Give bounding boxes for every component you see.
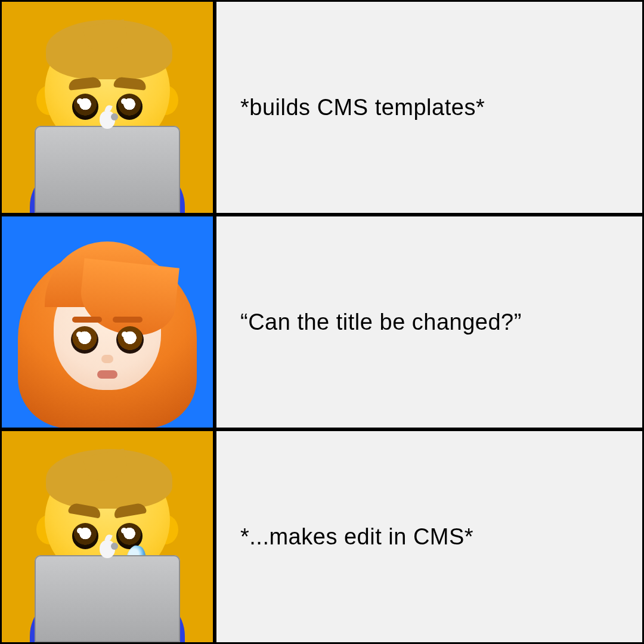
- meme-grid: *builds CMS templates* “Can the title be…: [0, 0, 644, 644]
- panel-1-image: [0, 0, 215, 215]
- panel-3-text: *...makes edit in CMS*: [215, 429, 644, 644]
- panel-1-text: *builds CMS templates*: [215, 0, 644, 215]
- panel-3-caption: *...makes edit in CMS*: [240, 524, 473, 550]
- panel-2-caption: “Can the title be changed?”: [240, 309, 522, 335]
- man-technologist-icon: [2, 2, 213, 213]
- panel-3-image: [0, 429, 215, 644]
- panel-1-caption: *builds CMS templates*: [240, 95, 485, 120]
- man-technologist-crying-icon: [2, 431, 213, 642]
- panel-2-image: [0, 215, 215, 429]
- panel-2-text: “Can the title be changed?”: [215, 215, 644, 429]
- woman-red-hair-icon: [2, 216, 213, 428]
